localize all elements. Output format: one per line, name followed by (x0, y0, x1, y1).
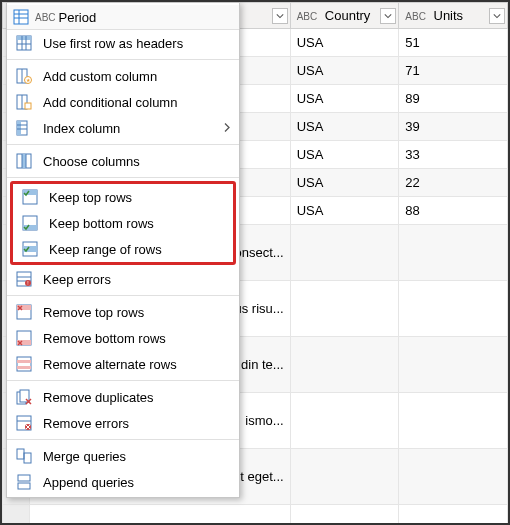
menu-keep-top-rows[interactable]: Keep top rows (13, 184, 233, 210)
menu-label: Remove bottom rows (43, 331, 166, 346)
cell-units[interactable] (399, 281, 508, 337)
svg-rect-58 (17, 449, 24, 459)
column-header-units[interactable]: ABC Units (399, 3, 508, 29)
menu-remove-top-rows[interactable]: Remove top rows (7, 299, 239, 325)
cell-country[interactable] (290, 337, 399, 393)
svg-rect-8 (17, 36, 31, 40)
menu-merge-queries[interactable]: Merge queries (7, 443, 239, 469)
menu-choose-columns[interactable]: Choose columns (7, 148, 239, 174)
menu-use-first-row[interactable]: Use first row as headers (7, 30, 239, 56)
svg-rect-20 (17, 121, 21, 135)
cell-units[interactable]: 39 (399, 113, 508, 141)
remove-bottom-icon (15, 330, 33, 346)
keep-range-icon (21, 241, 39, 257)
menu-index-column[interactable]: Index column (7, 115, 239, 141)
cell-country[interactable] (290, 449, 399, 505)
menu-label: Keep top rows (49, 190, 132, 205)
table-row[interactable] (3, 505, 508, 526)
cell-country[interactable]: USA (290, 141, 399, 169)
column-label: Units (434, 8, 464, 23)
cell-country[interactable]: USA (290, 85, 399, 113)
cell-country[interactable]: USA (290, 29, 399, 57)
cell-country[interactable] (290, 225, 399, 281)
menu-remove-duplicates[interactable]: Remove duplicates (7, 384, 239, 410)
table-context-menu: ABC Period Use first row as headers ★ Ad… (6, 2, 240, 498)
svg-rect-48 (17, 366, 31, 369)
menu-label: Add conditional column (43, 95, 177, 110)
keep-errors-icon: ! (15, 271, 33, 287)
append-icon (15, 474, 33, 490)
menu-keep-bottom-rows[interactable]: Keep bottom rows (13, 210, 233, 236)
row-index-cell (3, 505, 30, 526)
cell-units[interactable]: 22 (399, 169, 508, 197)
svg-rect-18 (25, 103, 31, 109)
menu-header: ABC Period (7, 5, 239, 30)
svg-text:!: ! (27, 280, 28, 286)
type-icon: ABC (405, 11, 426, 22)
cell-country[interactable] (290, 393, 399, 449)
menu-add-conditional-column[interactable]: Add conditional column (7, 89, 239, 115)
menu-remove-errors[interactable]: Remove errors (7, 410, 239, 436)
cell-country[interactable] (290, 281, 399, 337)
cell-units[interactable]: 88 (399, 197, 508, 225)
type-icon: ABC (297, 11, 318, 22)
menu-label: Remove top rows (43, 305, 144, 320)
menu-label: Remove alternate rows (43, 357, 177, 372)
menu-label: Keep bottom rows (49, 216, 154, 231)
remove-alternate-icon (15, 356, 33, 372)
cell-country[interactable]: USA (290, 197, 399, 225)
cell-units[interactable] (399, 505, 508, 526)
cell-country[interactable]: USA (290, 57, 399, 85)
menu-label: Choose columns (43, 154, 140, 169)
cell-units[interactable] (399, 337, 508, 393)
column-header-country[interactable]: ABC Country (290, 3, 399, 29)
add-column-icon: ★ (15, 68, 33, 84)
svg-rect-61 (18, 475, 30, 481)
menu-remove-bottom-rows[interactable]: Remove bottom rows (7, 325, 239, 351)
menu-remove-alternate-rows[interactable]: Remove alternate rows (7, 351, 239, 377)
chevron-right-icon (223, 121, 231, 136)
cell-units[interactable] (399, 393, 508, 449)
menu-keep-errors[interactable]: ! Keep errors (7, 266, 239, 292)
menu-label: Add custom column (43, 69, 157, 84)
svg-rect-47 (17, 360, 31, 363)
cell-period[interactable] (29, 505, 290, 526)
menu-label: Use first row as headers (43, 36, 183, 51)
cell-units[interactable] (399, 225, 508, 281)
menu-append-queries[interactable]: Append queries (7, 469, 239, 495)
keep-bottom-icon (21, 215, 39, 231)
cell-units[interactable]: 33 (399, 141, 508, 169)
remove-top-icon (15, 304, 33, 320)
menu-label: Index column (43, 121, 120, 136)
cell-country[interactable] (290, 505, 399, 526)
conditional-column-icon (15, 94, 33, 110)
filter-dropdown-icon[interactable] (489, 8, 505, 24)
column-label: Country (325, 8, 371, 23)
menu-label: Keep range of rows (49, 242, 162, 257)
filter-dropdown-icon[interactable] (272, 8, 288, 24)
cell-country[interactable]: USA (290, 169, 399, 197)
menu-label: Merge queries (43, 449, 126, 464)
merge-icon (15, 448, 33, 464)
menu-label: Keep errors (43, 272, 111, 287)
svg-rect-24 (22, 154, 26, 168)
menu-add-custom-column[interactable]: ★ Add custom column (7, 63, 239, 89)
type-icon: ABC (35, 12, 56, 23)
remove-duplicates-icon (15, 389, 33, 405)
cell-units[interactable]: 89 (399, 85, 508, 113)
menu-label: Append queries (43, 475, 134, 490)
svg-rect-3 (14, 10, 28, 24)
cell-country[interactable]: USA (290, 113, 399, 141)
cell-units[interactable]: 71 (399, 57, 508, 85)
menu-header-label: Period (59, 10, 97, 25)
cell-units[interactable] (399, 449, 508, 505)
menu-label: Remove duplicates (43, 390, 154, 405)
choose-columns-icon (15, 153, 33, 169)
svg-rect-59 (24, 453, 31, 463)
menu-keep-range-rows[interactable]: Keep range of rows (13, 236, 233, 262)
filter-dropdown-icon[interactable] (380, 8, 396, 24)
keep-top-icon (21, 189, 39, 205)
headers-icon (15, 35, 33, 51)
cell-units[interactable]: 51 (399, 29, 508, 57)
index-column-icon (15, 120, 33, 136)
